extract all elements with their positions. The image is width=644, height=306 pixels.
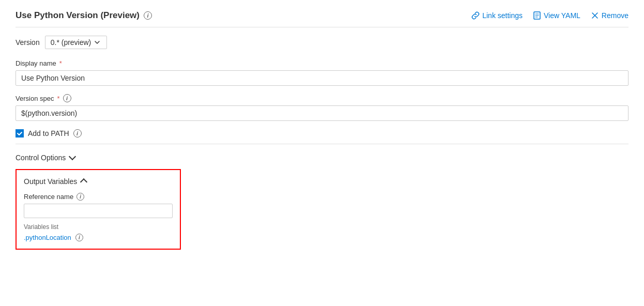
display-name-input[interactable]: [16, 70, 628, 86]
title-info-icon[interactable]: i: [144, 11, 152, 20]
link-icon: [471, 11, 480, 20]
header-right: Link settings View YAML Remove: [471, 11, 628, 20]
reference-name-input[interactable]: [24, 204, 173, 218]
reference-name-info-icon[interactable]: i: [76, 193, 84, 201]
header-row: Use Python Version (Preview) i Link sett…: [16, 10, 628, 27]
checkmark-icon: [17, 130, 23, 136]
display-name-section: Display name *: [16, 59, 628, 86]
version-spec-label: Version spec * i: [16, 94, 628, 102]
control-options-label: Control Options: [16, 154, 66, 162]
yaml-icon: [533, 11, 541, 20]
version-spec-info-icon[interactable]: i: [63, 94, 71, 102]
view-yaml-label: View YAML: [544, 11, 580, 20]
close-icon: [591, 11, 599, 20]
version-select[interactable]: 0.* (preview): [45, 36, 107, 49]
page-title: Use Python Version (Preview): [16, 10, 140, 21]
variable-name: .pythonLocation: [24, 234, 71, 241]
chevron-down-icon: [94, 39, 100, 45]
add-to-path-row: Add to PATH i: [16, 129, 628, 137]
link-settings-label: Link settings: [482, 11, 523, 20]
remove-button[interactable]: Remove: [591, 11, 628, 20]
control-options-header[interactable]: Control Options: [16, 150, 628, 165]
variable-info-icon[interactable]: i: [75, 234, 83, 241]
variable-item: .pythonLocation i: [24, 234, 173, 241]
view-yaml-button[interactable]: View YAML: [533, 11, 580, 20]
control-options-chevron-icon: [69, 153, 76, 160]
remove-label: Remove: [602, 11, 628, 20]
output-variables-chevron-icon: [80, 178, 87, 186]
variables-list-label: Variables list: [24, 223, 173, 231]
page-container: Use Python Version (Preview) i Link sett…: [0, 0, 644, 260]
add-to-path-label: Add to PATH: [28, 129, 69, 137]
output-variables-header: Output Variables: [24, 177, 173, 186]
output-variables-box: Output Variables Reference name i Variab…: [16, 169, 181, 250]
version-value: 0.* (preview): [51, 38, 91, 47]
add-to-path-info-icon[interactable]: i: [73, 129, 82, 137]
output-variables-label: Output Variables: [24, 177, 77, 186]
reference-name-label: Reference name i: [24, 193, 173, 201]
version-spec-input[interactable]: [16, 105, 628, 121]
display-name-required: *: [59, 59, 62, 67]
header-left: Use Python Version (Preview) i: [16, 10, 152, 21]
version-spec-required: *: [57, 95, 59, 102]
add-to-path-checkbox[interactable]: [16, 129, 24, 137]
display-name-label: Display name *: [16, 59, 628, 67]
version-label: Version: [16, 38, 40, 47]
version-spec-section: Version spec * i: [16, 94, 628, 121]
link-settings-button[interactable]: Link settings: [471, 11, 523, 20]
divider-1: [16, 144, 628, 144]
version-row: Version 0.* (preview): [16, 36, 628, 49]
